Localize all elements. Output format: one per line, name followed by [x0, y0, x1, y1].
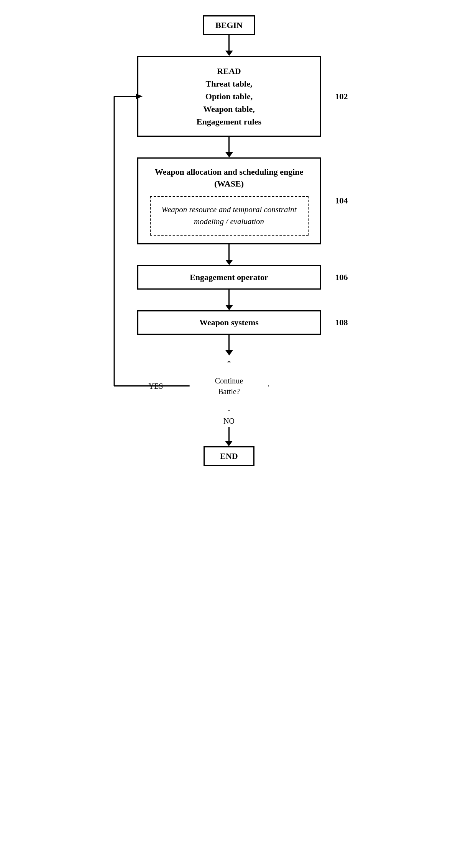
arrow-head: [225, 350, 233, 355]
arrow-line: [228, 335, 230, 350]
arrow-engagement-to-weapon: [225, 290, 233, 310]
read-line3: Weapon table,: [150, 103, 309, 115]
begin-box: BEGIN: [203, 15, 255, 35]
weapon-box: Weapon systems: [137, 310, 321, 335]
no-section: NO: [223, 417, 235, 446]
read-line4: Engagement rules: [150, 115, 309, 128]
end-label: END: [220, 451, 238, 461]
arrow-line: [228, 427, 230, 441]
read-label-number: 102: [335, 92, 348, 102]
arrow-read-to-wase: [225, 137, 233, 157]
diamond-text: Continue Battle?: [215, 375, 243, 397]
arrow-line: [228, 35, 230, 51]
end-box: END: [204, 446, 254, 466]
weapon-label-number: 108: [335, 318, 348, 328]
arrow-line: [228, 290, 230, 305]
arrow-head: [225, 51, 233, 56]
wase-dashed-inner: Weapon resource and temporal constraint …: [150, 196, 309, 236]
arrow-line: [228, 244, 230, 260]
arrow-decision-to-end: [225, 427, 233, 446]
weapon-label: Weapon systems: [199, 318, 259, 327]
decision-line2: Battle?: [215, 386, 243, 397]
arrow-head: [225, 305, 233, 310]
decision-diamond-container: YES Continue Battle?: [137, 355, 321, 417]
wase-box-row: Weapon allocation and scheduling engine …: [137, 157, 321, 244]
arrow-head: [225, 260, 233, 265]
flowchart-diagram: BEGIN READ Threat table, Option table, W…: [95, 15, 363, 466]
begin-label: BEGIN: [215, 20, 243, 30]
arrow-line: [228, 137, 230, 152]
wase-box: Weapon allocation and scheduling engine …: [137, 157, 321, 244]
engagement-label-number: 106: [335, 272, 348, 282]
engagement-box: Engagement operator: [137, 265, 321, 290]
wase-label-number: 104: [335, 196, 348, 206]
engagement-label: Engagement operator: [190, 272, 268, 282]
arrow-head: [225, 152, 233, 157]
read-line1: Threat table,: [150, 77, 309, 90]
arrow-begin-to-read: [225, 35, 233, 56]
decision-line1: Continue: [215, 375, 243, 386]
yes-label: YES: [149, 382, 163, 390]
read-title: READ: [150, 65, 309, 77]
no-label: NO: [223, 417, 235, 426]
wase-title: Weapon allocation and scheduling engine …: [150, 166, 309, 190]
arrow-wase-to-engagement: [225, 244, 233, 265]
weapon-box-row: Weapon systems 108: [137, 310, 321, 335]
arrow-head: [225, 441, 233, 446]
read-line2: Option table,: [150, 90, 309, 103]
engagement-box-row: Engagement operator 106: [137, 265, 321, 290]
read-box: READ Threat table, Option table, Weapon …: [137, 56, 321, 137]
arrow-weapon-to-decision: [225, 335, 233, 355]
read-box-row: READ Threat table, Option table, Weapon …: [137, 56, 321, 137]
